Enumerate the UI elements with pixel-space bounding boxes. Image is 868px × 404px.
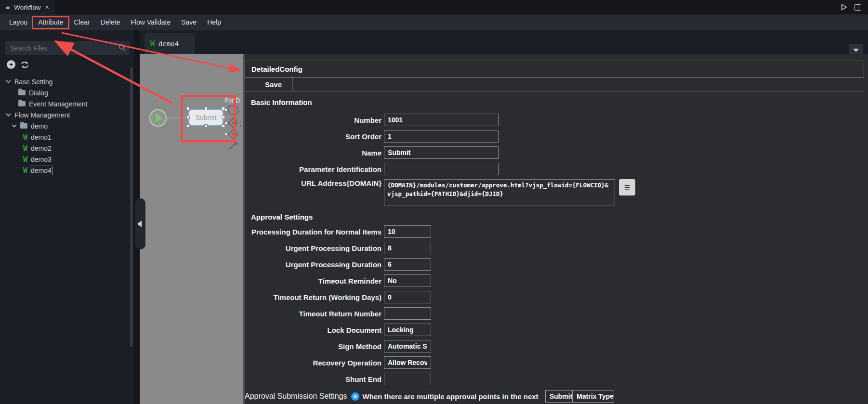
split-editor-icon[interactable] [854,4,861,11]
basic-info-heading: Basic Information [251,98,868,108]
field-input[interactable] [384,307,431,320]
panel-title: DetailedConfig [245,61,864,78]
form-row: Recovery Operation [245,356,868,369]
url-textarea[interactable]: {DOMAIN}/modules/customer/approve.html?v… [384,179,615,206]
window-tab[interactable]: ≡ Workflow × [0,0,55,14]
url-more-button[interactable]: ≡ [619,179,635,195]
refresh-icon[interactable] [20,61,29,69]
folder-icon [18,101,26,106]
submission-cell[interactable]: Matrix Type [572,390,614,403]
field-label: Timeout Reminder [245,277,381,285]
triangle-left-icon [137,221,142,227]
start-node[interactable] [149,109,167,127]
save-button[interactable]: Save [245,78,293,91]
add-icon[interactable]: + [7,60,15,69]
field-input[interactable] [384,130,499,143]
detail-config-panel: DetailedConfig Save Basic Information Nu… [245,54,868,404]
field-input[interactable] [384,291,431,303]
tree-item-label: demo3 [31,156,52,163]
submission-cell-label: Submit [550,392,572,400]
tree-item[interactable]: W Event Management [0,98,130,109]
field-label: Number [245,116,381,124]
radio-label: When there are multiple approval points … [363,392,539,401]
search-input[interactable] [5,41,130,55]
menu-item[interactable]: Flow Validate [125,14,176,30]
field-input[interactable] [384,114,499,126]
form-row: Sort Order [245,130,868,143]
tab-demo4[interactable]: W demo4 [145,33,195,54]
tree-item-label: Event Management [29,100,87,108]
tree-item-label: demo2 [31,144,52,152]
field-label: Timeout Return (Working Days) [245,293,381,301]
sidebar-scrollbar[interactable] [131,67,132,347]
workflow-file-icon: W [150,39,155,48]
tree-item-label: Base Setting [14,78,53,86]
workflow-file-icon: W [23,166,27,175]
field-input[interactable] [384,242,431,254]
workflow-app: ≡ Workflow × LayouAttributeClearDeleteFl… [0,0,868,404]
tree-item[interactable]: W demo [0,120,130,131]
menu-item[interactable]: Help [202,14,226,30]
approval-submission-row: Approval Submission Settings When there … [245,390,868,403]
tree-item[interactable]: W Dialog [0,87,130,98]
menu-item-label: Attribute [38,18,63,26]
title-actions [841,4,868,11]
tree-item[interactable]: W demo2 [0,143,130,154]
palette-marker [240,124,242,128]
play-icon [156,114,162,122]
menu-item[interactable]: Save [176,14,202,30]
field-label: Approval Submission Settings [245,392,347,401]
run-icon[interactable] [841,4,847,11]
menu-bar: LayouAttributeClearDeleteFlow ValidateSa… [0,14,868,30]
file-tree: W Base Setting W Dialog W Event Manageme [0,76,130,176]
menu-item[interactable]: Delete [95,14,125,30]
window-tab-label: Workflow [14,4,40,11]
field-label: Urgent Processing Duration [245,244,381,252]
field-label: Name [245,149,381,157]
tree-item[interactable]: W Base Setting [0,76,130,87]
chevron-down-icon [12,124,17,128]
field-label: Recovery Operation [245,359,381,367]
menu-item[interactable]: Attribute [33,14,68,30]
approval-fields: Processing Duration for Normal Items Urg… [245,225,868,385]
field-label: Sign Method [245,342,381,351]
url-row: URL Address{DOMAIN} {DOMAIN}/modules/cus… [245,179,868,206]
editor-tab-strip: W demo4 [140,30,868,54]
field-input[interactable] [384,258,431,271]
tree-item[interactable]: W demo4 [0,165,130,176]
radio-selected[interactable] [351,392,359,401]
submission-cell-label: Matrix Type [577,392,614,400]
menu-item[interactable]: Layou [4,14,33,30]
submission-cell[interactable]: Submit [545,390,573,403]
close-icon[interactable]: × [45,4,49,11]
field-input[interactable] [384,274,431,287]
annotation-node-box [181,95,236,143]
field-label: URL Address{DOMAIN} [245,179,381,187]
tree-item[interactable]: W demo1 [0,131,130,143]
field-label: Lock Document [245,326,381,334]
field-label: Shunt End [245,375,381,383]
workflow-file-icon: W [23,155,27,164]
field-input[interactable] [384,163,499,175]
chevron-down-icon [853,49,859,52]
folder-icon [18,90,26,95]
field-input[interactable] [384,225,431,238]
menu-item[interactable]: Clear [68,14,95,30]
sidebar-collapse-handle[interactable] [135,198,145,249]
field-label: Timeout Return Number [245,310,381,318]
field-input[interactable] [384,373,431,385]
field-input[interactable] [384,356,431,369]
flow-canvas[interactable]: Submit For D [140,54,243,404]
field-input[interactable] [384,324,431,336]
title-bar: ≡ Workflow × [0,0,868,14]
tree-item[interactable]: W demo3 [0,154,130,165]
form-row: Processing Duration for Normal Items [245,225,868,238]
form-row: Urgent Processing Duration [245,258,868,271]
panel-toolbar: Save [245,78,864,91]
workflow-file-icon: W [23,133,27,142]
form-row: Lock Document [245,324,868,336]
field-input[interactable] [384,340,431,352]
tree-item[interactable]: W Flow Management [0,109,130,120]
menu-item-label: Help [207,18,221,26]
field-input[interactable] [384,146,499,159]
